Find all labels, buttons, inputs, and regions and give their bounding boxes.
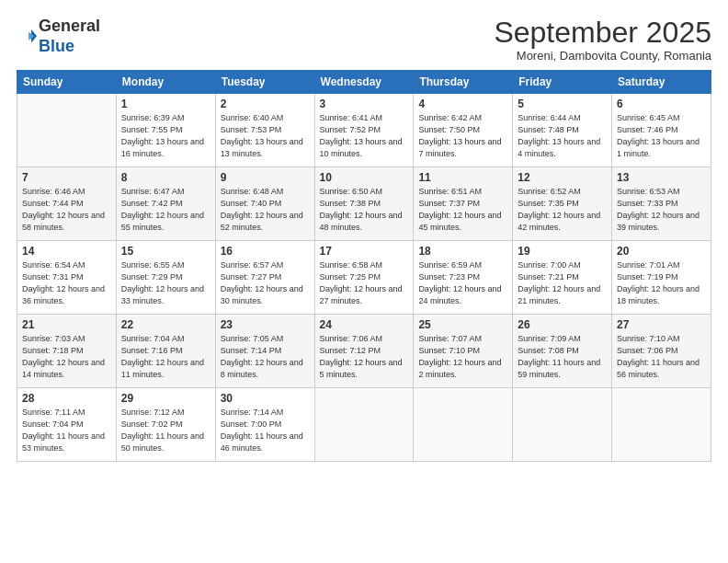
day-cell: 24Sunrise: 7:06 AMSunset: 7:12 PMDayligh… <box>314 315 414 388</box>
day-info: Sunrise: 6:48 AMSunset: 7:40 PMDaylight:… <box>221 186 310 234</box>
day-cell: 3Sunrise: 6:41 AMSunset: 7:52 PMDaylight… <box>314 94 414 167</box>
day-number: 23 <box>221 318 310 331</box>
week-row-5: 28Sunrise: 7:11 AMSunset: 7:04 PMDayligh… <box>17 388 711 462</box>
day-info: Sunrise: 6:51 AMSunset: 7:37 PMDaylight:… <box>418 186 507 234</box>
day-number: 19 <box>518 245 607 258</box>
day-cell: 28Sunrise: 7:11 AMSunset: 7:04 PMDayligh… <box>17 388 117 462</box>
day-number: 14 <box>22 245 111 258</box>
day-number: 1 <box>121 98 210 110</box>
week-row-4: 21Sunrise: 7:03 AMSunset: 7:18 PMDayligh… <box>17 315 711 388</box>
day-cell: 30Sunrise: 7:14 AMSunset: 7:00 PMDayligh… <box>215 388 314 462</box>
day-number: 9 <box>221 171 310 184</box>
day-cell: 9Sunrise: 6:48 AMSunset: 7:40 PMDaylight… <box>215 167 314 241</box>
day-info: Sunrise: 7:09 AMSunset: 7:08 PMDaylight:… <box>518 333 607 381</box>
day-number: 15 <box>121 245 210 258</box>
day-cell: 1Sunrise: 6:39 AMSunset: 7:55 PMDaylight… <box>116 94 215 167</box>
week-row-1: 1Sunrise: 6:39 AMSunset: 7:55 PMDaylight… <box>17 94 711 167</box>
day-cell: 6Sunrise: 6:45 AMSunset: 7:46 PMDaylight… <box>612 94 711 167</box>
day-info: Sunrise: 6:50 AMSunset: 7:38 PMDaylight:… <box>320 186 409 234</box>
day-number: 30 <box>221 392 310 405</box>
day-info: Sunrise: 6:55 AMSunset: 7:29 PMDaylight:… <box>121 259 210 307</box>
header-row: Sunday Monday Tuesday Wednesday Thursday… <box>17 71 711 94</box>
day-number: 25 <box>418 318 507 331</box>
day-number: 6 <box>617 98 706 110</box>
week-row-2: 7Sunrise: 6:46 AMSunset: 7:44 PMDaylight… <box>17 167 711 241</box>
day-number: 7 <box>22 171 111 184</box>
day-number: 27 <box>617 318 706 331</box>
day-cell <box>314 388 414 462</box>
day-cell <box>17 94 117 167</box>
day-cell: 12Sunrise: 6:52 AMSunset: 7:35 PMDayligh… <box>513 167 612 241</box>
day-info: Sunrise: 6:59 AMSunset: 7:23 PMDaylight:… <box>418 259 507 307</box>
day-cell: 10Sunrise: 6:50 AMSunset: 7:38 PMDayligh… <box>314 167 414 241</box>
day-info: Sunrise: 6:44 AMSunset: 7:48 PMDaylight:… <box>518 112 607 160</box>
day-info: Sunrise: 6:52 AMSunset: 7:35 PMDaylight:… <box>518 186 607 234</box>
day-number: 21 <box>22 318 111 331</box>
header: General Blue September 2025 Moreni, Damb… <box>17 17 711 63</box>
day-cell: 29Sunrise: 7:12 AMSunset: 7:02 PMDayligh… <box>116 388 215 462</box>
day-cell: 27Sunrise: 7:10 AMSunset: 7:06 PMDayligh… <box>612 315 711 388</box>
day-number: 8 <box>121 171 210 184</box>
day-info: Sunrise: 6:54 AMSunset: 7:31 PMDaylight:… <box>22 259 111 307</box>
day-number: 10 <box>320 171 409 184</box>
day-info: Sunrise: 6:53 AMSunset: 7:33 PMDaylight:… <box>617 186 706 234</box>
day-number: 29 <box>121 392 210 405</box>
day-info: Sunrise: 6:45 AMSunset: 7:46 PMDaylight:… <box>617 112 706 160</box>
day-cell: 5Sunrise: 6:44 AMSunset: 7:48 PMDaylight… <box>513 94 612 167</box>
day-info: Sunrise: 7:10 AMSunset: 7:06 PMDaylight:… <box>617 333 706 381</box>
col-wednesday: Wednesday <box>314 71 414 94</box>
day-number: 4 <box>418 98 507 110</box>
location-subtitle: Moreni, Dambovita County, Romania <box>494 49 711 63</box>
day-cell: 19Sunrise: 7:00 AMSunset: 7:21 PMDayligh… <box>513 241 612 315</box>
day-cell: 21Sunrise: 7:03 AMSunset: 7:18 PMDayligh… <box>17 315 117 388</box>
page: General Blue September 2025 Moreni, Damb… <box>0 0 728 563</box>
day-number: 16 <box>221 245 310 258</box>
day-cell: 7Sunrise: 6:46 AMSunset: 7:44 PMDaylight… <box>17 167 117 241</box>
day-info: Sunrise: 6:57 AMSunset: 7:27 PMDaylight:… <box>221 259 310 307</box>
day-number: 28 <box>22 392 111 405</box>
day-number: 26 <box>518 318 607 331</box>
col-monday: Monday <box>116 71 215 94</box>
day-cell: 11Sunrise: 6:51 AMSunset: 7:37 PMDayligh… <box>414 167 513 241</box>
day-cell: 14Sunrise: 6:54 AMSunset: 7:31 PMDayligh… <box>17 241 117 315</box>
title-block: September 2025 Moreni, Dambovita County,… <box>494 17 711 63</box>
day-cell: 15Sunrise: 6:55 AMSunset: 7:29 PMDayligh… <box>116 241 215 315</box>
week-row-3: 14Sunrise: 6:54 AMSunset: 7:31 PMDayligh… <box>17 241 711 315</box>
day-cell <box>414 388 513 462</box>
day-number: 5 <box>518 98 607 110</box>
day-info: Sunrise: 6:40 AMSunset: 7:53 PMDaylight:… <box>221 112 310 160</box>
day-cell: 8Sunrise: 6:47 AMSunset: 7:42 PMDaylight… <box>116 167 215 241</box>
day-info: Sunrise: 6:47 AMSunset: 7:42 PMDaylight:… <box>121 186 210 234</box>
day-info: Sunrise: 6:58 AMSunset: 7:25 PMDaylight:… <box>320 259 409 307</box>
day-info: Sunrise: 7:14 AMSunset: 7:00 PMDaylight:… <box>221 407 310 454</box>
day-info: Sunrise: 6:42 AMSunset: 7:50 PMDaylight:… <box>418 112 507 160</box>
day-cell: 13Sunrise: 6:53 AMSunset: 7:33 PMDayligh… <box>612 167 711 241</box>
day-info: Sunrise: 7:01 AMSunset: 7:19 PMDaylight:… <box>617 259 706 307</box>
day-cell: 20Sunrise: 7:01 AMSunset: 7:19 PMDayligh… <box>612 241 711 315</box>
day-number: 17 <box>320 245 409 258</box>
day-cell: 25Sunrise: 7:07 AMSunset: 7:10 PMDayligh… <box>414 315 513 388</box>
col-saturday: Saturday <box>612 71 711 94</box>
day-cell <box>612 388 711 462</box>
day-cell: 4Sunrise: 6:42 AMSunset: 7:50 PMDaylight… <box>414 94 513 167</box>
col-thursday: Thursday <box>414 71 513 94</box>
day-number: 20 <box>617 245 706 258</box>
day-info: Sunrise: 6:39 AMSunset: 7:55 PMDaylight:… <box>121 112 210 160</box>
day-number: 22 <box>121 318 210 331</box>
day-number: 2 <box>221 98 310 110</box>
day-cell: 18Sunrise: 6:59 AMSunset: 7:23 PMDayligh… <box>414 241 513 315</box>
day-number: 11 <box>418 171 507 184</box>
day-cell: 2Sunrise: 6:40 AMSunset: 7:53 PMDaylight… <box>215 94 314 167</box>
day-cell: 26Sunrise: 7:09 AMSunset: 7:08 PMDayligh… <box>513 315 612 388</box>
day-info: Sunrise: 7:12 AMSunset: 7:02 PMDaylight:… <box>121 407 210 454</box>
day-info: Sunrise: 7:07 AMSunset: 7:10 PMDaylight:… <box>418 333 507 381</box>
day-info: Sunrise: 7:05 AMSunset: 7:14 PMDaylight:… <box>221 333 310 381</box>
day-number: 13 <box>617 171 706 184</box>
day-info: Sunrise: 6:46 AMSunset: 7:44 PMDaylight:… <box>22 186 111 234</box>
day-info: Sunrise: 7:04 AMSunset: 7:16 PMDaylight:… <box>121 333 210 381</box>
day-info: Sunrise: 7:00 AMSunset: 7:21 PMDaylight:… <box>518 259 607 307</box>
day-number: 18 <box>418 245 507 258</box>
calendar: Sunday Monday Tuesday Wednesday Thursday… <box>17 70 711 462</box>
day-cell: 23Sunrise: 7:05 AMSunset: 7:14 PMDayligh… <box>215 315 314 388</box>
logo-text: General Blue <box>39 17 100 56</box>
